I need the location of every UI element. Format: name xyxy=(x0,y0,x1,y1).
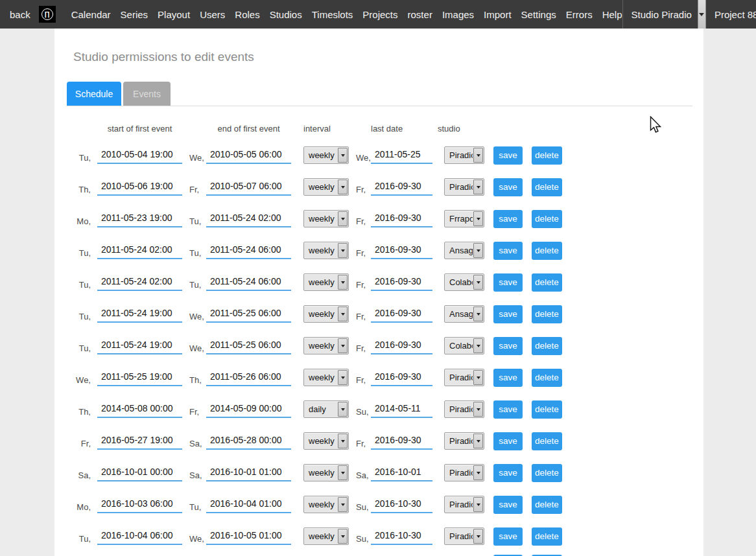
tab-schedule[interactable]: Schedule xyxy=(67,82,121,106)
chevron-down-icon[interactable] xyxy=(338,148,348,163)
end-datetime-input[interactable] xyxy=(206,432,291,450)
end-datetime-input[interactable] xyxy=(206,369,291,386)
save-button[interactable]: save xyxy=(493,464,523,482)
save-button[interactable]: save xyxy=(493,400,523,419)
studio-select[interactable]: Ansage xyxy=(444,305,484,323)
delete-button[interactable]: delete xyxy=(532,273,562,292)
studio-select[interactable]: Ansage xyxy=(444,242,484,259)
chevron-down-icon[interactable] xyxy=(473,338,483,353)
nav-item-import[interactable]: Import xyxy=(484,9,512,20)
last-date-input[interactable] xyxy=(371,527,432,545)
chevron-down-icon[interactable] xyxy=(473,243,483,258)
start-datetime-input[interactable] xyxy=(97,337,182,354)
nav-item-projects[interactable]: Projects xyxy=(362,9,397,20)
end-datetime-input[interactable] xyxy=(206,210,291,227)
last-date-input[interactable] xyxy=(371,432,432,450)
end-datetime-input[interactable] xyxy=(206,527,291,545)
start-datetime-input[interactable] xyxy=(97,527,182,545)
chevron-down-icon[interactable] xyxy=(338,307,348,321)
project-selector-value[interactable]: Project 88vier xyxy=(706,0,756,29)
delete-button[interactable]: delete xyxy=(532,210,562,228)
nav-item-roles[interactable]: Roles xyxy=(235,9,259,20)
nav-item-errors[interactable]: Errors xyxy=(566,9,593,20)
nav-item-roster[interactable]: roster xyxy=(408,9,432,20)
last-date-input[interactable] xyxy=(371,337,432,354)
save-button[interactable]: save xyxy=(493,305,523,323)
end-datetime-input[interactable] xyxy=(206,496,291,513)
delete-button[interactable]: delete xyxy=(532,369,562,387)
end-datetime-input[interactable] xyxy=(206,305,291,323)
studio-selector-value[interactable]: Studio Piradio xyxy=(623,0,698,29)
last-date-input[interactable] xyxy=(371,305,432,323)
start-datetime-input[interactable] xyxy=(97,496,182,513)
chevron-down-icon[interactable] xyxy=(473,211,483,226)
interval-select[interactable]: weekly xyxy=(303,178,349,196)
nav-item-timeslots[interactable]: Timeslots xyxy=(312,9,353,20)
studio-select[interactable]: Piradio xyxy=(444,496,484,513)
end-datetime-input[interactable] xyxy=(206,146,291,164)
end-datetime-input[interactable] xyxy=(206,273,291,291)
studio-select[interactable]: Piradio xyxy=(444,146,484,164)
studio-select[interactable]: Colabo xyxy=(444,337,484,354)
start-datetime-input[interactable] xyxy=(97,305,182,323)
delete-button[interactable]: delete xyxy=(532,400,562,419)
delete-button[interactable]: delete xyxy=(532,432,562,450)
save-button[interactable]: save xyxy=(493,337,523,355)
nav-item-images[interactable]: Images xyxy=(442,9,474,20)
chevron-down-icon[interactable] xyxy=(473,275,483,290)
save-button[interactable]: save xyxy=(493,432,523,450)
start-datetime-input[interactable] xyxy=(97,210,182,227)
start-datetime-input[interactable] xyxy=(97,400,182,418)
chevron-down-icon[interactable] xyxy=(473,402,483,417)
interval-select[interactable]: weekly xyxy=(303,527,349,545)
project-selector[interactable]: Project 88vier xyxy=(706,0,756,29)
interval-select[interactable]: weekly xyxy=(303,242,349,259)
start-datetime-input[interactable] xyxy=(97,178,182,196)
last-date-input[interactable] xyxy=(371,464,432,481)
studio-select[interactable]: Piradio xyxy=(444,178,484,196)
save-button[interactable]: save xyxy=(493,369,523,387)
start-datetime-input[interactable] xyxy=(97,432,182,450)
chevron-down-icon[interactable] xyxy=(338,434,348,448)
studio-selector[interactable]: Studio Piradio xyxy=(622,0,706,29)
start-datetime-input[interactable] xyxy=(97,369,182,386)
chevron-down-icon[interactable] xyxy=(473,370,483,385)
interval-select[interactable]: weekly xyxy=(303,305,349,323)
nav-item-users[interactable]: Users xyxy=(200,9,225,20)
pi-radio-logo-icon[interactable]: ∏ xyxy=(39,6,56,23)
chevron-down-icon[interactable] xyxy=(338,180,348,194)
studio-select[interactable]: Piradio xyxy=(444,369,484,386)
interval-select[interactable]: weekly xyxy=(303,369,349,386)
chevron-down-icon[interactable] xyxy=(338,402,348,417)
delete-button[interactable]: delete xyxy=(532,146,562,165)
studio-select[interactable]: Frrapo xyxy=(444,210,484,227)
studio-select[interactable]: Piradio xyxy=(444,432,484,450)
last-date-input[interactable] xyxy=(371,242,432,259)
interval-select[interactable]: weekly xyxy=(303,464,349,481)
delete-button[interactable]: delete xyxy=(532,496,562,514)
delete-button[interactable]: delete xyxy=(532,527,562,546)
chevron-down-icon[interactable] xyxy=(473,529,483,544)
save-button[interactable]: save xyxy=(493,527,523,546)
interval-select[interactable]: weekly xyxy=(303,496,349,513)
chevron-down-icon[interactable] xyxy=(473,497,483,512)
tab-events[interactable]: Events xyxy=(123,82,171,106)
interval-select[interactable]: weekly xyxy=(303,210,349,227)
end-datetime-input[interactable] xyxy=(206,242,291,259)
chevron-down-icon[interactable] xyxy=(338,275,348,290)
last-date-input[interactable] xyxy=(371,178,432,196)
studio-select[interactable]: Piradio xyxy=(444,464,484,481)
chevron-down-icon[interactable] xyxy=(473,148,483,163)
chevron-down-icon[interactable] xyxy=(338,529,348,544)
last-date-input[interactable] xyxy=(371,210,432,227)
nav-item-settings[interactable]: Settings xyxy=(521,9,556,20)
delete-button[interactable]: delete xyxy=(532,464,562,482)
studio-select[interactable]: Piradio xyxy=(444,400,484,418)
start-datetime-input[interactable] xyxy=(97,146,182,164)
last-date-input[interactable] xyxy=(371,146,432,164)
chevron-down-icon[interactable] xyxy=(338,243,348,258)
save-button[interactable]: save xyxy=(493,496,523,514)
nav-item-playout[interactable]: Playout xyxy=(158,9,190,20)
start-datetime-input[interactable] xyxy=(97,273,182,291)
studio-select[interactable]: Colabo xyxy=(444,273,484,291)
